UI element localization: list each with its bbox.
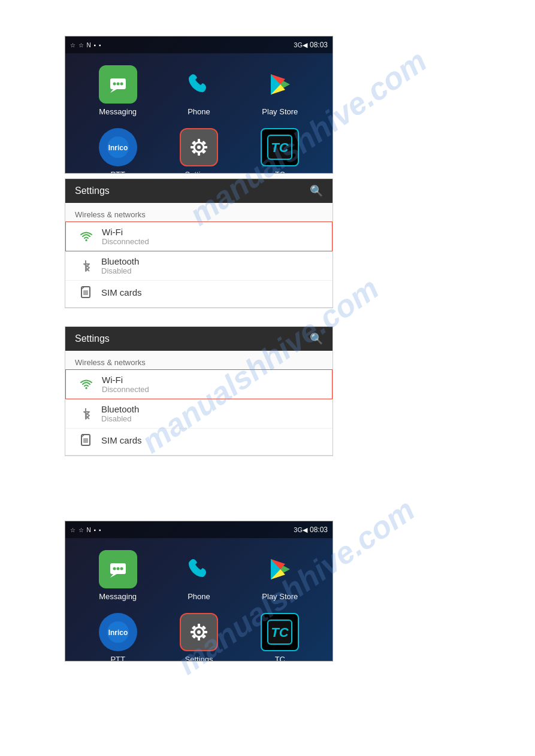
ptt-label-2: PTT (110, 655, 125, 661)
sim-title-2: SIM cards (101, 435, 323, 445)
status-left-icons-2: ☆ ☆ N ▪ ▪ (70, 527, 101, 533)
svg-rect-50 (198, 637, 200, 640)
app-messaging-2[interactable]: Messaging (77, 544, 158, 607)
app-playstore-1[interactable]: Play Store (240, 59, 321, 122)
bluetooth-title-1: Bluetooth (101, 256, 323, 266)
time-1: 08:03 (310, 41, 328, 49)
status-bar-1: ☆ ☆ N ▪ ▪ 3G◀ 08:03 (65, 37, 333, 53)
playstore-label-1: Play Store (262, 107, 298, 116)
settings-item-sim-1[interactable]: SIM cards (65, 281, 333, 308)
screenshot-2: ☆ ☆ N ▪ ▪ 3G◀ 08:03 Messaging (65, 521, 333, 661)
svg-rect-52 (204, 631, 207, 633)
app-tc-2[interactable]: TC TC (240, 607, 321, 661)
playstore-label-2: Play Store (262, 592, 298, 601)
bluetooth-title-2: Bluetooth (101, 404, 323, 414)
ptt-label-1: PTT (110, 170, 125, 174)
svg-text:Inrico: Inrico (108, 144, 128, 152)
status-left-text-2: ☆ ☆ N ▪ ▪ (70, 527, 101, 533)
app-ptt-2[interactable]: Inrico PTT (77, 607, 158, 661)
svg-rect-32 (83, 438, 88, 443)
bluetooth-icon-2 (75, 407, 96, 420)
bluetooth-text-2: Bluetooth Disabled (101, 404, 323, 423)
settings-section-1: Wireless & networks (65, 203, 333, 221)
svg-point-38 (120, 567, 123, 570)
settings-title-2: Settings (75, 333, 110, 344)
settings-title-1: Settings (75, 186, 110, 196)
sim-text-2: SIM cards (101, 435, 323, 445)
settings-label-1: Settings (185, 170, 213, 174)
sim-text-1: SIM cards (101, 287, 323, 297)
app-grid-2: Messaging Phone Play Store (65, 538, 333, 661)
ptt-icon-2: Inrico (99, 613, 137, 651)
bluetooth-subtitle-1: Disabled (101, 266, 323, 275)
settings-section-2: Wireless & networks (65, 351, 333, 369)
svg-point-27 (86, 239, 87, 241)
svg-rect-29 (83, 290, 88, 295)
svg-point-48 (197, 630, 201, 634)
bluetooth-icon-1 (75, 259, 96, 272)
app-settings-2[interactable]: Settings (158, 607, 239, 661)
svg-point-5 (120, 83, 123, 86)
bluetooth-text-1: Bluetooth Disabled (101, 256, 323, 275)
settings-icon-1 (180, 128, 218, 166)
signal-icon-2: 3G◀ (294, 526, 307, 534)
svg-rect-18 (191, 146, 194, 148)
settings-item-bluetooth-2[interactable]: Bluetooth Disabled (65, 399, 333, 429)
app-phone-1[interactable]: Phone (158, 59, 239, 122)
screenshot-1: ☆ ☆ N ▪ ▪ 3G◀ 08:03 Messaging (65, 36, 333, 174)
search-button-2[interactable]: 🔍 (310, 332, 323, 345)
ptt-icon-1: Inrico (99, 128, 137, 166)
svg-point-4 (116, 83, 119, 86)
app-ptt-1[interactable]: Inrico PTT (77, 122, 158, 174)
status-right-2: 3G◀ 08:03 (294, 526, 328, 534)
settings-item-wifi-2[interactable]: Wi-Fi Disconnected (65, 369, 333, 399)
phone-label-1: Phone (188, 107, 210, 116)
settings-item-wifi-1[interactable]: Wi-Fi Disconnected (65, 221, 333, 251)
phone-icon-1 (180, 65, 218, 104)
status-bar-2: ☆ ☆ N ▪ ▪ 3G◀ 08:03 (65, 521, 333, 538)
app-tc-1[interactable]: TC TC (240, 122, 321, 174)
settings-item-bluetooth-1[interactable]: Bluetooth Disabled (65, 251, 333, 281)
messaging-icon-1 (99, 65, 137, 104)
status-left-text-1: ☆ ☆ N ▪ ▪ (70, 42, 101, 48)
messaging-label-2: Messaging (99, 592, 137, 601)
app-playstore-2[interactable]: Play Store (240, 544, 321, 607)
settings-panel-1: Settings 🔍 Wireless & networks Wi-Fi Dis… (65, 178, 333, 308)
settings-item-sim-2[interactable]: SIM cards (65, 429, 333, 456)
settings-label-2: Settings (185, 655, 213, 661)
svg-point-15 (197, 145, 201, 149)
messaging-icon-2 (99, 550, 137, 588)
wifi-icon-1 (75, 230, 97, 243)
tc-label-2: TC (275, 655, 285, 661)
svg-rect-49 (198, 624, 200, 627)
settings-panel-2: Settings 🔍 Wireless & networks Wi-Fi Dis… (65, 326, 333, 456)
svg-point-36 (113, 567, 116, 570)
settings-header-1: Settings 🔍 (65, 179, 333, 203)
time-2: 08:03 (310, 526, 328, 534)
bluetooth-subtitle-2: Disabled (101, 414, 323, 423)
svg-point-30 (86, 387, 87, 389)
app-phone-2[interactable]: Phone (158, 544, 239, 607)
svg-point-37 (116, 567, 119, 570)
phone-label-2: Phone (188, 592, 210, 601)
app-grid-1: Messaging Phone Play Store (65, 53, 333, 174)
search-button-1[interactable]: 🔍 (310, 184, 323, 198)
playstore-icon-1 (261, 65, 299, 104)
svg-rect-51 (191, 631, 194, 633)
settings-header-2: Settings 🔍 (65, 327, 333, 351)
app-settings-1[interactable]: Settings (158, 122, 239, 174)
tc-label-1: TC (275, 170, 285, 174)
signal-icon-1: 3G◀ (294, 41, 307, 49)
messaging-label-1: Messaging (99, 107, 137, 116)
sim-icon-2 (75, 433, 96, 447)
app-messaging-1[interactable]: Messaging (77, 59, 158, 122)
svg-text:Inrico: Inrico (108, 629, 128, 637)
tc-icon-2: TC (261, 613, 299, 651)
svg-point-3 (113, 83, 116, 86)
status-left-icons-1: ☆ ☆ N ▪ ▪ (70, 42, 101, 48)
sim-title-1: SIM cards (101, 287, 323, 297)
svg-text:TC: TC (271, 625, 289, 640)
playstore-icon-2 (261, 550, 299, 588)
status-right-1: 3G◀ 08:03 (294, 41, 328, 49)
wifi-subtitle-2: Disconnected (102, 385, 322, 394)
